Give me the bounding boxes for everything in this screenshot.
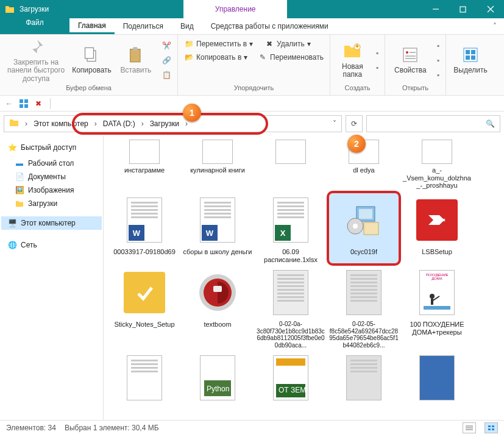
delete-icon[interactable]: ✖ [33,98,44,109]
breadcrumb-drive[interactable]: DATA (D:) [99,116,139,132]
window-title: Загрузки [20,5,49,13]
svg-rect-7 [133,48,137,51]
breadcrumb-folder[interactable]: Загрузки [146,116,183,132]
ribbon: Закрепить на панели быстрого доступа Коп… [0,35,504,96]
menu-app-tools[interactable]: Средства работы с приложениями [202,18,337,34]
maximize-button[interactable] [449,0,477,18]
ribbon-group-clipboard: Буфер обмена [4,83,174,93]
ribbon-open[interactable]: ▪ [435,39,442,52]
file-item[interactable] [110,351,179,405]
chevron-right-icon[interactable]: › [139,119,146,128]
file-item[interactable]: инстаграмме [110,138,179,191]
ribbon-new-folder[interactable]: ✦ Новая папка [334,41,371,79]
file-item[interactable]: a_-_Vsem_komu_dolzhna_-_proshhayu [402,138,472,191]
nav-back-button[interactable]: ← [4,98,15,109]
ribbon-group-select [450,83,491,93]
folder-icon [5,5,15,13]
close-button[interactable] [477,0,504,18]
file-item[interactable]: LSBSetup [402,193,472,263]
nav-network[interactable]: 🌐Сеть [1,238,102,252]
ribbon-history[interactable]: ▪ [435,68,442,82]
ribbon-cut[interactable]: ✂️ [159,39,174,52]
search-input[interactable]: 🔍 [366,115,500,132]
svg-rect-18 [466,55,470,60]
ribbon-copy-to[interactable]: 📂Копировать в ▾ [182,51,255,64]
network-icon: 🌐 [7,240,17,250]
svg-rect-34 [424,306,450,310]
file-item[interactable] [329,351,399,405]
navigation-pane: ⭐Быстрый доступ ▬Рабочий стол 📄Документы… [0,136,104,420]
chevron-right-icon[interactable]: › [23,119,30,128]
file-item[interactable]: textboom [183,266,252,349]
svg-rect-22 [20,104,23,108]
address-row: › Этот компьютер › DATA (D:) › Загрузки … [0,112,504,136]
address-bar[interactable]: › Этот компьютер › DATA (D:) › Загрузки … [4,115,342,132]
folder-icon [15,199,24,208]
desktop-icon: ▬ [15,158,24,168]
contextual-tab-manage[interactable]: Управление [183,0,287,18]
view-details-button[interactable] [463,422,476,433]
ribbon-pin-quick-access[interactable]: Закрепить на панели быстрого доступа [4,37,68,83]
breadcrumb-this-pc[interactable]: Этот компьютер [30,116,92,132]
svg-rect-36 [431,299,433,305]
menu-share[interactable]: Поделиться [115,18,172,34]
ribbon-edit[interactable]: ▪ [435,54,442,67]
nav-quick-access[interactable]: ⭐Быстрый доступ [1,141,102,154]
chevron-down-icon[interactable]: ˅ [330,119,339,128]
svg-rect-5 [85,48,94,59]
file-item-selected[interactable]: 0cyc019f [329,193,399,263]
file-item[interactable]: Sticky_Notes_Setup [110,266,179,349]
ribbon-paste-shortcut[interactable]: 📋 [159,68,174,82]
nav-documents[interactable]: 📄Документы [1,170,102,183]
file-item[interactable] [402,351,472,405]
file-item[interactable]: W00033917-09180d69 [110,193,179,263]
nav-downloads[interactable]: Загрузки [1,197,102,210]
file-item[interactable]: 0-02-05-f8c58e542a692647dcc2895da65e7965… [329,266,399,349]
ribbon-copy[interactable]: Копировать [71,45,112,74]
svg-rect-28 [364,222,378,235]
ribbon-move-to[interactable]: 📁Переместить в ▾ [182,37,262,51]
file-item[interactable]: Wсборы в школу деньги [183,193,252,263]
ribbon-easy-access[interactable]: ▪ [374,61,381,74]
svg-rect-17 [471,50,475,54]
svg-rect-46 [488,425,491,427]
menu-home[interactable]: Главная [69,18,115,34]
file-item[interactable]: 0-02-0a-3c80f730e1b8cc9d1b83c6db9ab81120… [256,266,325,349]
ribbon-new-item[interactable]: ▪ [374,46,381,60]
ribbon-paste[interactable]: Вставить [115,45,157,74]
nav-pictures[interactable]: 🖼️Изображения [1,183,102,197]
svg-text:✦: ✦ [354,43,360,51]
svg-rect-12 [410,52,416,53]
annotation-badge-2: 2 [347,135,366,153]
svg-rect-19 [471,55,475,60]
ribbon-collapse-button[interactable]: ˄ [486,18,504,34]
file-item[interactable]: кулинарной книги [183,138,252,191]
file-item[interactable]: ПОХУДЕНИЕ ДОМА100 ПОХУДЕНИЕ ДОМА+трекеры [402,266,472,349]
svg-rect-23 [24,104,28,108]
ribbon-select[interactable]: Выделить [450,45,491,74]
menu-file[interactable]: Файл [0,18,69,34]
nav-this-pc[interactable]: 🖥️Этот компьютер [1,216,102,230]
file-item[interactable]: ОТ ЗЕМЛИ ДО НЕБА [256,351,325,405]
file-item[interactable]: Python 3 [183,351,252,405]
svg-point-35 [430,294,435,299]
folder-icon [9,118,20,129]
file-list[interactable]: инстаграмме кулинарной книги dl edya a_-… [104,136,504,420]
status-selection: Выбран 1 элемент: 30,4 МБ [65,424,159,432]
ribbon-properties[interactable]: Свойства [389,45,432,74]
chevron-right-icon[interactable]: › [92,119,99,128]
ribbon-rename[interactable]: ✎Переименовать [255,51,326,64]
view-tiles-icon[interactable] [18,98,29,109]
view-large-icons-button[interactable] [484,422,498,433]
menu-view[interactable]: Вид [172,18,202,34]
ribbon-delete[interactable]: ✖Удалить ▾ [262,37,313,51]
title-bar: Загрузки Управление [0,0,504,18]
svg-text:Python 3: Python 3 [207,385,235,393]
refresh-button[interactable]: ⟳ [346,115,363,132]
file-item[interactable] [256,138,325,191]
minimize-button[interactable] [422,0,449,18]
ribbon-copy-path[interactable]: 🔗 [159,54,174,67]
nav-desktop[interactable]: ▬Рабочий стол [1,157,102,170]
file-item[interactable]: X06.09 расписание.1xlsx [256,193,325,263]
star-icon: ⭐ [7,143,17,152]
